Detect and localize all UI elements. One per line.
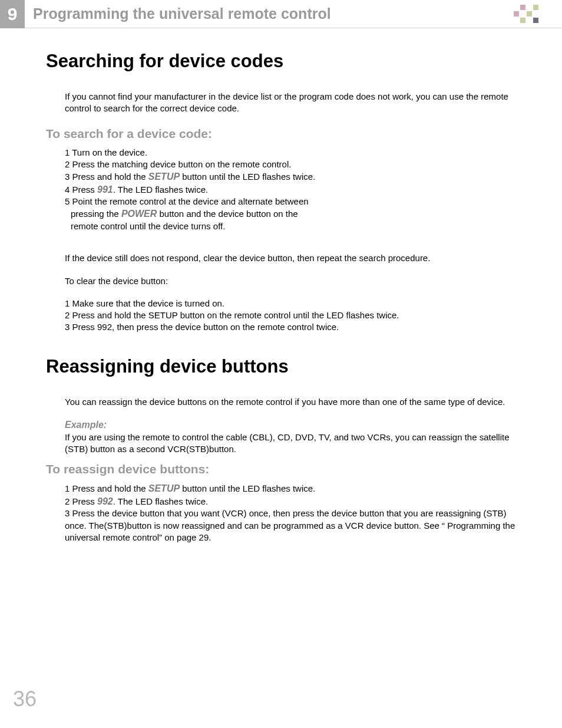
example-label: Example: <box>65 420 516 430</box>
step-5: 5 Point the remote control at the device… <box>65 196 516 232</box>
clear-steps: 1 Make sure that the device is turned on… <box>65 298 516 334</box>
reassign-step-3: 3 Press the device button that you want … <box>65 508 516 543</box>
code-991-keyword: 991 <box>97 185 113 195</box>
step-text: . The LED flashes twice. <box>113 185 208 195</box>
step-1: 1 Turn on the device. <box>65 147 516 159</box>
step-text: button until the LED flashes twice. <box>180 172 315 182</box>
clear-step-3: 3 Press 992, then press the device butto… <box>65 321 516 333</box>
step-2: 2 Press the matching device button on th… <box>65 159 516 170</box>
clear-step-1: 1 Make sure that the device is turned on… <box>65 298 516 309</box>
step-text: 4 Press <box>65 185 97 195</box>
step-text: 1 Press and hold the <box>65 483 148 493</box>
step-4: 4 Press 991. The LED flashes twice. <box>65 183 516 196</box>
step-3: 3 Press and hold the SETUP button until … <box>65 170 516 183</box>
decorative-squares-icon <box>514 5 538 23</box>
chapter-title: Programming the universal remote control <box>33 5 514 22</box>
step-text: 3 Press and hold the <box>65 172 148 182</box>
reassign-step-1: 1 Press and hold the SETUP button until … <box>65 482 516 495</box>
search-steps: 1 Turn on the device. 2 Press the matchi… <box>65 147 516 233</box>
page-number: 36 <box>13 687 37 711</box>
page-content: Searching for device codes If you cannot… <box>0 51 562 543</box>
step-text: button until the LED flashes twice. <box>180 483 315 493</box>
step-text: . The LED flashes twice. <box>113 496 208 506</box>
step-text: button and the device button on the <box>157 209 297 219</box>
code-992-keyword: 992 <box>97 496 113 506</box>
step-text: pressing the <box>71 209 121 219</box>
section-heading-reassigning: Reassigning device buttons <box>46 356 516 377</box>
intro-paragraph: If you cannot find your manufacturer in … <box>65 91 516 115</box>
example-text: If you are using the remote to control t… <box>65 431 516 456</box>
setup-keyword: SETUP <box>148 483 180 493</box>
power-keyword: POWER <box>121 209 157 219</box>
reassign-steps: 1 Press and hold the SETUP button until … <box>65 482 516 543</box>
paragraph-clear-button: To clear the device button: <box>65 275 516 287</box>
section-heading-searching: Searching for device codes <box>46 51 516 72</box>
step-continuation: remote control until the device turns of… <box>71 220 516 232</box>
subheading-reassign: To reassign device buttons: <box>46 462 516 476</box>
step-text: 2 Press <box>65 496 97 506</box>
paragraph-still-not-respond: If the device still does not respond, cl… <box>65 252 516 264</box>
chapter-number: 9 <box>0 0 25 28</box>
chapter-header: 9 Programming the universal remote contr… <box>0 0 562 28</box>
reassign-intro: You can reassign the device buttons on t… <box>65 396 516 408</box>
clear-step-2: 2 Press and hold the SETUP button on the… <box>65 309 516 321</box>
step-continuation: pressing the POWER button and the device… <box>71 207 516 220</box>
reassign-step-2: 2 Press 992. The LED flashes twice. <box>65 495 516 508</box>
step-text: 5 Point the remote control at the device… <box>65 196 516 207</box>
subheading-search: To search for a device code: <box>46 127 516 141</box>
setup-keyword: SETUP <box>148 172 180 182</box>
